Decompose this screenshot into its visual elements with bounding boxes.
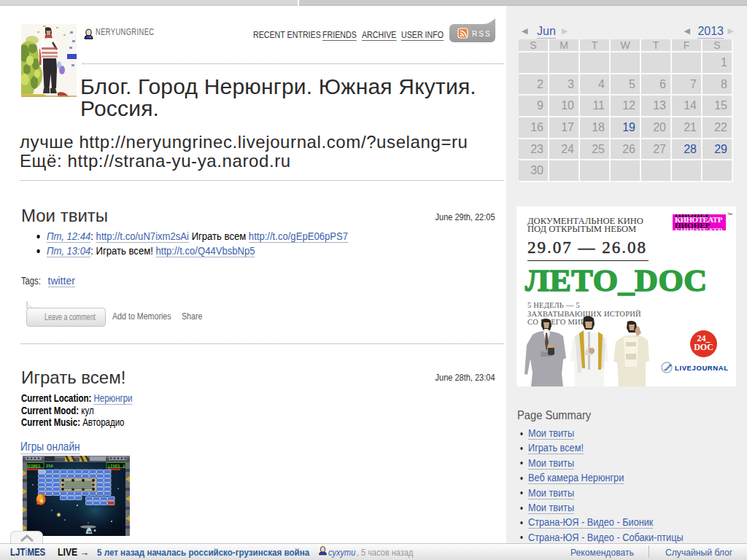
svg-text:Leave a comment: Leave a comment xyxy=(44,311,96,322)
svg-text:1: 1 xyxy=(123,464,125,469)
svg-text:LIVEJOURNAL: LIVEJOURNAL xyxy=(675,364,728,372)
svg-text:SCORES: SCORES xyxy=(26,464,41,469)
svg-text:RSS: RSS xyxy=(472,30,492,38)
svg-text:LIVES: LIVES xyxy=(108,464,120,469)
svg-text:250: 250 xyxy=(46,464,53,469)
